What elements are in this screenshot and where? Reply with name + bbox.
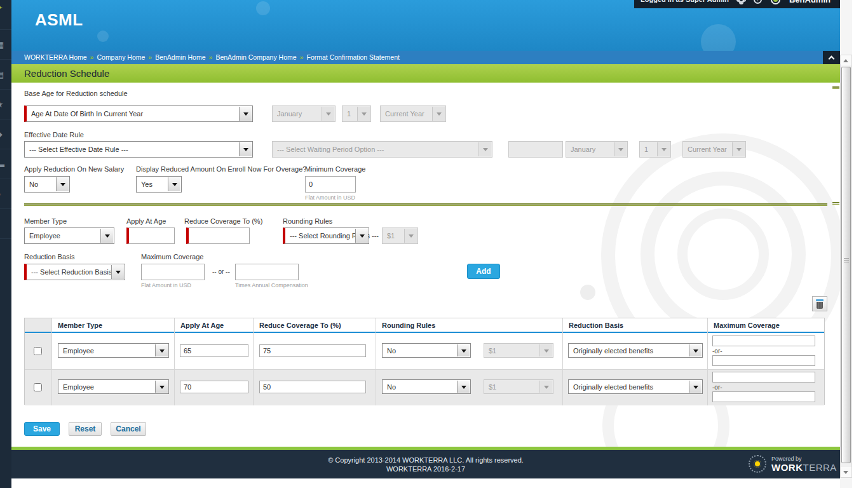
chevron-down-icon [539,344,552,356]
triangle-up-icon [843,57,848,62]
chevron-up-icon [829,56,835,62]
row1-unit-select: $1 [484,343,553,358]
row2-max-times-input[interactable] [712,391,815,402]
chevron-down-icon [457,344,470,356]
row1-reduction-basis-select[interactable]: Originally elected benefits [568,343,703,358]
breadcrumb-current: Format Confirmation Statement [306,53,399,61]
sidebar-item-users[interactable]: ◐ [0,209,11,239]
breadcrumb-benadmin-company-home[interactable]: BenAdmin Company Home [215,53,296,61]
chevron-down-icon [355,229,368,243]
scrollbar-thumb[interactable] [841,67,851,463]
apply-reduction-select[interactable]: No [24,176,70,193]
section-separator [24,203,827,206]
add-button[interactable]: Add [467,264,500,279]
row1-apply-at-age-input[interactable] [180,344,248,357]
maximum-coverage-times-input[interactable] [235,264,299,280]
header-decor-dot [701,24,736,51]
effective-date-year-select: Current Year [682,141,746,158]
sidebar-item-admin[interactable]: ● [0,179,11,209]
row1-max-times-input[interactable] [712,355,815,366]
reduce-coverage-input[interactable] [186,227,250,244]
row1-reduce-coverage-input[interactable] [259,344,366,357]
row2-rounding-select[interactable]: No [382,379,471,394]
minimum-coverage-input[interactable] [305,176,356,193]
chevron-down-icon [689,344,702,356]
footer-bottom-gap [11,478,840,488]
chevron-down-icon [432,107,445,121]
triangle-down-icon [843,471,848,477]
row2-apply-at-age-input[interactable] [180,381,248,393]
apply-at-age-input[interactable] [126,227,175,244]
row2-max-flat-input[interactable] [712,372,815,383]
effective-date-day-select: 1 [639,141,671,158]
breadcrumb-company-home[interactable]: Company Home [97,53,145,61]
sidebar-item-calendar[interactable]: ▦ [0,30,11,60]
minimum-coverage-label: Minimum Coverage [305,165,365,173]
dot-icon: ● [0,189,1,199]
sidebar-item-starred[interactable]: ★ [0,90,11,119]
sidebar-item-benefits[interactable]: ◆ [0,119,11,149]
page-title-bar: Reduction Schedule [11,64,840,83]
copyright-line1: © Copyright 2013-2014 WORKTERRA LLC. All… [11,456,840,464]
cancel-button[interactable]: Cancel [111,422,146,436]
row1-rounding-select[interactable]: No [382,343,471,358]
session-bar: Logged in as Super Admin ? BenAdmin [634,0,840,8]
collapse-panel-button[interactable] [823,51,840,64]
effective-date-month-select: January [566,141,628,158]
breadcrumb-workterra-home[interactable]: WORKTERRA Home [24,53,87,61]
sidebar-item-reports[interactable]: ▤ [0,60,11,90]
sidebar-item-favorites[interactable]: ✦ [0,0,11,30]
scroll-up-button[interactable] [841,55,851,65]
header-maximum-coverage: Maximum Coverage [714,322,780,329]
delete-rows-button[interactable] [812,296,827,311]
flat-amount-hint: Flat Amount in USD [141,282,191,288]
header-reduction-basis: Reduction Basis [569,322,623,329]
waiting-period-select: --- Select Waiting Period Option --- [272,141,492,158]
row1-member-type-select[interactable]: Employee [58,343,169,358]
base-age-month-select: January [272,105,336,122]
breadcrumb-bar: WORKTERRA Home»Company Home»BenAdmin Hom… [11,51,840,64]
or-label: -- or -- [212,268,230,275]
sidebar-item-tools[interactable]: ▬ [0,149,11,179]
powered-by-workterra: Powered by WORKTERRA [749,455,837,473]
gear-icon[interactable] [738,0,745,3]
member-type-select[interactable]: Employee [24,227,114,244]
chevron-down-icon [155,381,168,393]
display-reduced-select[interactable]: Yes [136,176,182,193]
row-checkbox[interactable] [34,347,42,355]
chevron-down-icon [404,229,417,243]
help-icon[interactable]: ? [754,0,762,4]
breadcrumb-benadmin-home[interactable]: BenAdmin Home [155,53,205,61]
chevron-down-icon [155,344,168,356]
apply-reduction-label: Apply Reduction On New Salary [24,165,124,173]
benadmin-logo-icon [771,0,780,4]
row2-reduce-coverage-input[interactable] [259,381,366,393]
row1-max-flat-input[interactable] [712,336,815,346]
chevron-down-icon [539,381,552,393]
chevron-down-icon [657,142,670,156]
effective-date-rule-select[interactable]: --- Select Effective Date Rule --- [24,141,253,158]
row-checkbox[interactable] [34,383,42,391]
maximum-coverage-flat-input[interactable] [141,264,205,280]
base-age-select[interactable]: Age At Date Of Birth In Current Year [24,105,253,122]
footer: © Copyright 2013-2014 WORKTERRA LLC. All… [11,450,840,478]
vertical-scrollbar[interactable] [840,55,852,478]
row-divider [25,369,824,370]
chevron-down-icon [100,229,113,243]
save-button[interactable]: Save [24,422,60,436]
effective-date-days-input [508,141,563,158]
row2-reduction-basis-select[interactable]: Originally elected benefits [568,379,703,394]
diamond-icon: ◆ [0,129,3,139]
separator-cap [832,86,839,89]
spark-icon: ✦ [0,3,3,13]
header-reduce-coverage: Reduce Coverage To (%) [259,322,341,329]
reduction-basis-label: Reduction Basis [24,253,75,261]
row2-member-type-select[interactable]: Employee [58,379,169,394]
chevron-down-icon [614,142,627,156]
reset-button[interactable]: Reset [69,422,102,436]
company-name: ASML [35,10,83,30]
base-age-year-select: Current Year [380,105,446,122]
scroll-down-button[interactable] [841,467,851,477]
reduction-basis-select[interactable]: --- Select Reduction Basis --- [24,264,125,280]
rounding-rules-select[interactable]: --- Select Rounding Rules --- [283,227,369,244]
